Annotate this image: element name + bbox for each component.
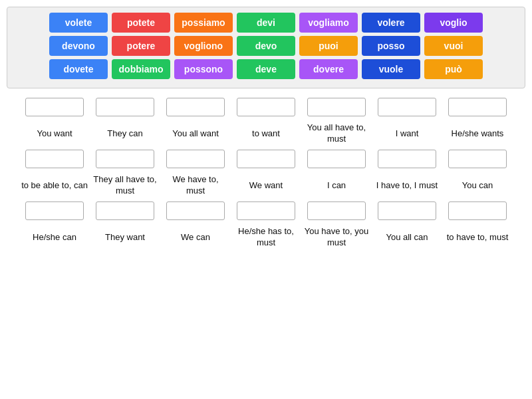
answer-input-0-3[interactable] <box>237 98 295 116</box>
label-row-1: to be able to, canThey all have to, must… <box>7 150 525 200</box>
match-label-1-4: I can <box>327 171 346 200</box>
answer-input-1-5[interactable] <box>378 150 436 168</box>
match-cell-0-5: I want <box>374 98 440 148</box>
match-label-2-0: He/she can <box>33 223 76 252</box>
match-cell-0-3: to want <box>233 98 299 148</box>
word-tile-vogliono[interactable]: vogliono <box>174 36 233 56</box>
match-cell-2-1: They want <box>92 201 158 252</box>
answer-input-2-5[interactable] <box>378 201 436 220</box>
answer-input-1-1[interactable] <box>96 150 154 168</box>
match-label-1-6: You can <box>462 171 493 200</box>
word-tile-può[interactable]: può <box>424 59 483 79</box>
match-label-0-5: I want <box>396 119 419 148</box>
match-label-0-0: You want <box>37 119 72 148</box>
match-label-2-6: to have to, must <box>447 223 509 252</box>
match-cell-2-0: He/she can <box>21 201 88 252</box>
match-label-2-2: We can <box>181 223 210 252</box>
matching-section: You wantThey canYou all wantto wantYou a… <box>7 98 525 253</box>
answer-input-1-0[interactable] <box>25 150 84 168</box>
word-tile-devono[interactable]: devono <box>49 36 108 56</box>
match-cell-1-6: You can <box>444 150 511 200</box>
match-label-2-3: He/she has to, must <box>233 223 299 252</box>
word-tile-volere[interactable]: volere <box>362 13 420 33</box>
match-cell-2-4: You have to, you must <box>303 201 370 252</box>
match-cell-0-0: You want <box>21 98 88 148</box>
answer-input-0-4[interactable] <box>307 98 366 116</box>
match-cell-2-3: He/she has to, must <box>233 201 299 252</box>
match-label-0-2: You all want <box>172 119 219 148</box>
match-cell-1-5: I have to, I must <box>374 150 440 200</box>
match-label-0-1: They can <box>107 119 142 148</box>
match-cell-2-6: to have to, must <box>444 201 511 252</box>
word-tile-dovere[interactable]: dovere <box>299 59 358 79</box>
answer-input-0-0[interactable] <box>25 98 84 116</box>
match-label-0-4: You all have to, must <box>303 119 370 148</box>
match-cell-0-1: They can <box>92 98 158 148</box>
word-tile-deve[interactable]: deve <box>237 59 295 79</box>
word-tile-devi[interactable]: devi <box>237 13 295 33</box>
match-cell-1-1: They all have to, must <box>92 150 158 200</box>
match-label-1-1: They all have to, must <box>92 171 158 200</box>
match-cell-1-3: We want <box>233 150 299 200</box>
answer-input-2-6[interactable] <box>448 201 507 220</box>
answer-input-1-6[interactable] <box>448 150 507 168</box>
word-tile-vuoi[interactable]: vuoi <box>424 36 483 56</box>
word-bank-row: dovetedobbiamopossonodevedoverevuolepuò <box>13 59 519 79</box>
match-cell-2-2: We can <box>162 201 229 252</box>
word-tile-possono[interactable]: possono <box>174 59 233 79</box>
word-tile-devo[interactable]: devo <box>237 36 295 56</box>
match-cell-0-6: He/she wants <box>444 98 511 148</box>
word-tile-vuole[interactable]: vuole <box>362 59 420 79</box>
match-label-2-1: They want <box>105 223 145 252</box>
answer-input-1-2[interactable] <box>166 150 225 168</box>
answer-input-2-1[interactable] <box>96 201 154 220</box>
match-cell-1-2: We have to, must <box>162 150 229 200</box>
answer-input-1-4[interactable] <box>307 150 366 168</box>
word-tile-voglio[interactable]: voglio <box>424 13 483 33</box>
match-cell-2-5: You all can <box>374 201 440 252</box>
word-tile-possiamo[interactable]: possiamo <box>174 13 233 33</box>
match-label-0-6: He/she wants <box>452 119 504 148</box>
answer-input-0-5[interactable] <box>378 98 436 116</box>
word-tile-dovete[interactable]: dovete <box>49 59 108 79</box>
match-label-1-3: We want <box>249 171 283 200</box>
answer-input-1-3[interactable] <box>237 150 295 168</box>
answer-input-0-2[interactable] <box>166 98 225 116</box>
label-row-2: He/she canThey wantWe canHe/she has to, … <box>7 201 525 252</box>
answer-input-2-3[interactable] <box>237 201 295 220</box>
answer-input-2-2[interactable] <box>166 201 225 220</box>
match-label-1-5: I have to, I must <box>376 171 438 200</box>
word-tile-puoi[interactable]: puoi <box>299 36 358 56</box>
word-bank: voletepotetepossiamodevivogliamovolerevo… <box>7 7 525 88</box>
match-cell-1-4: I can <box>303 150 370 200</box>
word-tile-volete[interactable]: volete <box>49 13 108 33</box>
answer-input-2-0[interactable] <box>25 201 84 220</box>
answer-input-2-4[interactable] <box>307 201 366 220</box>
word-tile-vogliamo[interactable]: vogliamo <box>299 13 358 33</box>
word-bank-row: devonopoterevoglionodevopuoipossovuoi <box>13 36 519 56</box>
match-cell-1-0: to be able to, can <box>21 150 88 200</box>
word-tile-posso[interactable]: posso <box>362 36 420 56</box>
match-label-2-4: You have to, you must <box>303 223 370 252</box>
match-cell-0-4: You all have to, must <box>303 98 370 148</box>
word-tile-potere[interactable]: potere <box>112 36 170 56</box>
match-label-1-2: We have to, must <box>162 171 229 200</box>
word-tile-dobbiamo[interactable]: dobbiamo <box>112 59 170 79</box>
word-bank-row: voletepotetepossiamodevivogliamovolerevo… <box>13 13 519 33</box>
answer-input-0-6[interactable] <box>448 98 507 116</box>
match-label-0-3: to want <box>252 119 280 148</box>
match-cell-0-2: You all want <box>162 98 229 148</box>
match-label-2-5: You all can <box>386 223 428 252</box>
match-label-1-0: to be able to, can <box>21 171 88 200</box>
answer-input-0-1[interactable] <box>96 98 154 116</box>
label-row-0: You wantThey canYou all wantto wantYou a… <box>7 98 525 148</box>
word-tile-potete[interactable]: potete <box>112 13 170 33</box>
